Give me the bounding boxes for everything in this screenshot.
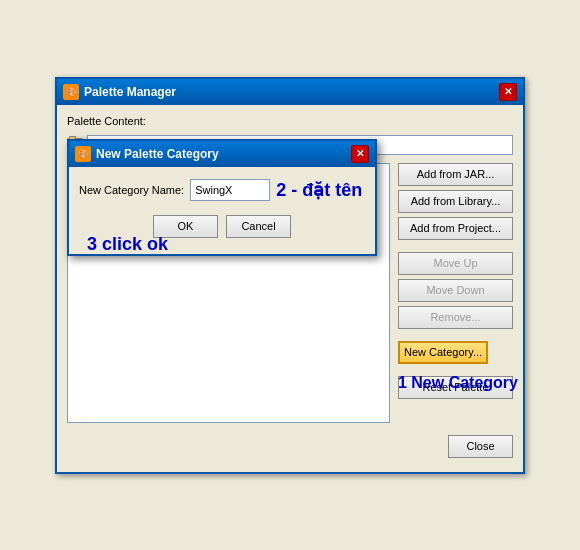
title-bar-left: 🎨 Palette Manager [63, 84, 176, 100]
close-button[interactable]: Close [448, 435, 513, 458]
npc-icon: 🎨 [75, 146, 91, 162]
add-from-library-button[interactable]: Add from Library... [398, 190, 513, 213]
new-category-button[interactable]: New Category... [398, 341, 488, 364]
step1-annotation: 1 New Category [398, 374, 518, 392]
bottom-row: Close [67, 431, 513, 462]
palette-manager-icon: 🎨 [63, 84, 79, 100]
add-from-jar-button[interactable]: Add from JAR... [398, 163, 513, 186]
npc-title: New Palette Category [96, 147, 219, 161]
step2-annotation: 2 - đặt tên [276, 179, 362, 201]
npc-name-row: New Category Name: 2 - đặt tên [79, 179, 365, 201]
npc-title-left: 🎨 New Palette Category [75, 146, 219, 162]
move-up-button[interactable]: Move Up [398, 252, 513, 275]
npc-cancel-button[interactable]: Cancel [226, 215, 291, 238]
palette-manager-window: 🎨 Palette Manager ✕ Palette Content: + ✓… [55, 77, 525, 474]
remove-button[interactable]: Remove... [398, 306, 513, 329]
palette-manager-title: Palette Manager [84, 85, 176, 99]
move-down-button[interactable]: Move Down [398, 279, 513, 302]
npc-close-button[interactable]: ✕ [351, 145, 369, 163]
npc-category-name-input[interactable] [190, 179, 270, 201]
npc-title-bar: 🎨 New Palette Category ✕ [69, 141, 375, 167]
npc-ok-button[interactable]: OK [153, 215, 218, 238]
npc-body: New Category Name: 2 - đặt tên OK Cancel… [69, 167, 375, 254]
add-from-project-button[interactable]: Add from Project... [398, 217, 513, 240]
new-palette-category-dialog: 🎨 New Palette Category ✕ New Category Na… [67, 139, 377, 256]
palette-manager-title-bar: 🎨 Palette Manager ✕ [57, 79, 523, 105]
npc-buttons: OK Cancel [79, 215, 365, 238]
buttons-column: Add from JAR... Add from Library... Add … [398, 163, 513, 423]
npc-category-name-label: New Category Name: [79, 184, 184, 196]
palette-content-label: Palette Content: [67, 115, 513, 127]
palette-manager-close-button[interactable]: ✕ [499, 83, 517, 101]
